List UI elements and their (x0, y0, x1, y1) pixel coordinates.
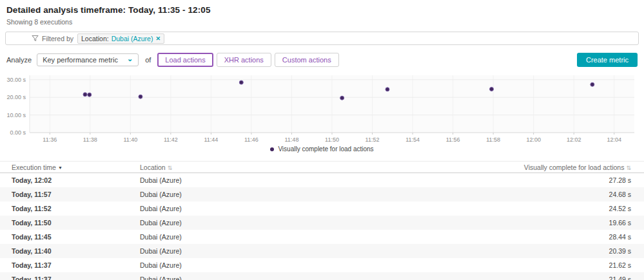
analyze-label: Analyze (6, 56, 32, 64)
page-header: Detailed analysis timeframe: Today, 11:3… (0, 0, 644, 26)
remove-filter-icon[interactable]: ✕ (155, 35, 161, 42)
of-label: of (145, 56, 151, 64)
table-row[interactable]: Today, 11:40 Dubai (Azure) 20.39 s (0, 244, 644, 258)
column-header-visually-complete[interactable]: Visually complete for load actions⇅ (463, 163, 631, 171)
svg-text:20.00 s: 20.00 s (6, 94, 26, 100)
filter-funnel-icon (32, 35, 39, 42)
table-row[interactable]: Today, 11:45 Dubai (Azure) 28.44 s (0, 230, 644, 244)
svg-text:30.00 s: 30.00 s (6, 77, 26, 83)
page-title: Detailed analysis timeframe: Today, 11:3… (6, 5, 638, 15)
legend-series-label: Visually complete for load actions (278, 145, 373, 153)
svg-text:11:48: 11:48 (285, 136, 299, 143)
detailed-analysis-page: Detailed analysis timeframe: Today, 11:3… (0, 0, 644, 280)
table-body: Today, 12:02 Dubai (Azure) 27.28 s Today… (0, 173, 644, 280)
execution-count: Showing 8 executions (6, 18, 638, 26)
svg-text:11:40: 11:40 (123, 136, 137, 143)
svg-text:11:58: 11:58 (486, 136, 500, 143)
svg-text:12:02: 12:02 (567, 136, 581, 143)
tab-custom-actions[interactable]: Custom actions (275, 53, 339, 67)
svg-text:11:46: 11:46 (244, 136, 259, 143)
legend-series-dot (270, 147, 274, 151)
executions-table: Execution time▼ Location⇅ Visually compl… (0, 161, 644, 280)
tab-xhr-actions[interactable]: XHR actions (217, 53, 271, 67)
filtered-by-label: Filtered by (42, 35, 73, 42)
filter-chip-location[interactable]: Location: Dubai (Azure) ✕ (77, 33, 164, 44)
chevron-down-icon: ⌄ (127, 57, 133, 61)
table-row[interactable]: Today, 11:52 Dubai (Azure) 24.52 s (0, 201, 644, 216)
svg-text:12:04: 12:04 (607, 136, 621, 143)
filter-chip-key: Location: (81, 35, 109, 42)
svg-text:11:36: 11:36 (43, 136, 57, 143)
scatter-plot[interactable]: 11:3611:3811:4011:4211:4411:4611:4811:50… (6, 73, 638, 144)
performance-scatter-chart[interactable]: 11:3611:3811:4011:4211:4411:4611:4811:50… (6, 73, 638, 153)
analyze-toolbar: Analyze Key performance metric ⌄ of Load… (6, 53, 638, 67)
metric-select[interactable]: Key performance metric ⌄ (37, 53, 139, 66)
column-header-location[interactable]: Location⇅ (140, 163, 463, 171)
table-row[interactable]: Today, 11:57 Dubai (Azure) 24.68 s (0, 187, 644, 201)
svg-text:11:50: 11:50 (325, 136, 339, 143)
svg-text:11:52: 11:52 (366, 136, 380, 143)
svg-text:11:56: 11:56 (446, 136, 460, 143)
svg-text:11:42: 11:42 (164, 136, 178, 143)
sort-desc-icon[interactable]: ▼ (58, 165, 63, 170)
table-row[interactable]: Today, 11:37 Dubai (Azure) 21.49 s (0, 272, 644, 280)
filter-chip-value: Dubai (Azure) (112, 35, 153, 42)
svg-text:0.00 s: 0.00 s (10, 129, 26, 136)
svg-text:11:38: 11:38 (83, 136, 97, 143)
svg-text:12:00: 12:00 (526, 136, 541, 143)
sort-both-icon[interactable]: ⇅ (626, 165, 631, 171)
metric-select-value: Key performance metric (43, 56, 118, 64)
chart-legend: Visually complete for load actions (6, 145, 638, 153)
table-header-row: Execution time▼ Location⇅ Visually compl… (0, 161, 644, 173)
svg-text:11:44: 11:44 (204, 136, 218, 143)
filter-bar[interactable]: Filtered by Location: Dubai (Azure) ✕ (5, 32, 639, 45)
tab-load-actions[interactable]: Load actions (157, 53, 213, 67)
svg-text:11:54: 11:54 (405, 136, 420, 143)
svg-text:10.00 s: 10.00 s (6, 112, 26, 118)
sort-both-icon[interactable]: ⇅ (168, 165, 173, 171)
table-row[interactable]: Today, 11:50 Dubai (Azure) 19.66 s (0, 216, 644, 230)
create-metric-button[interactable]: Create metric (577, 53, 638, 67)
column-header-execution-time[interactable]: Execution time▼ (12, 163, 140, 171)
table-row[interactable]: Today, 11:37 Dubai (Azure) 21.62 s (0, 258, 644, 272)
table-row[interactable]: Today, 12:02 Dubai (Azure) 27.28 s (0, 173, 644, 187)
